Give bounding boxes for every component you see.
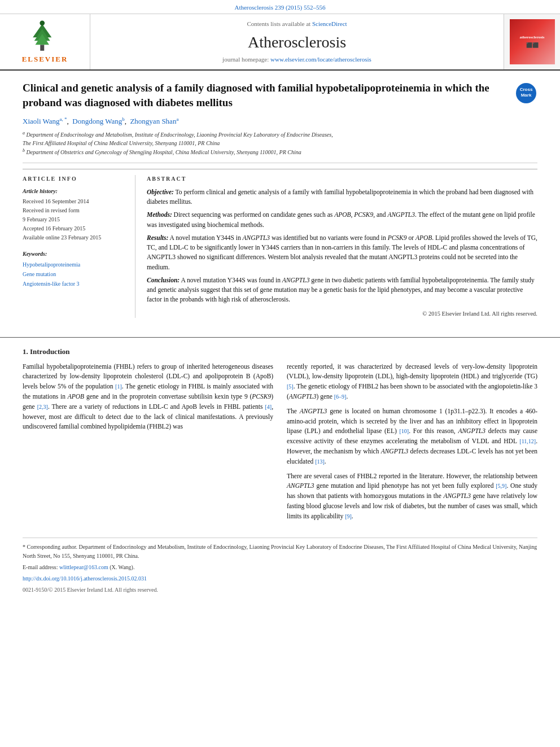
email-footnote: E-mail address: wlittlepear@163.com (X. … [23,563,537,572]
ref-6-9[interactable]: [6–9] [334,394,347,400]
elsevier-text: ELSEVIER [22,54,68,64]
author-2[interactable]: Dongdong Wang [72,117,122,125]
abstract-methods: Methods: Direct sequencing was performed… [147,210,537,230]
abstract-column: ABSTRACT Objective: To perform clinical … [135,175,537,318]
ref-2-3[interactable]: [2,3] [37,404,48,410]
article-body: ARTICLE INFO Article history: Received 1… [23,169,537,318]
journal-title: Atherosclerosis [248,31,346,53]
ref-4[interactable]: [4] [265,404,272,410]
history-label: Article history: [23,187,124,195]
article-header: Clinical and genetic analysis of a famil… [0,71,560,328]
ref-9b[interactable]: [9] [345,513,352,519]
svg-text:Cross: Cross [520,87,533,92]
results-label: Results: [147,234,168,241]
intro-para-3: The ANGPTL3 gene is located on human chr… [287,407,537,467]
journal-header: ELSEVIER Contents lists available at Sci… [0,14,560,71]
abstract-title: ABSTRACT [147,175,537,183]
svg-text:Mark: Mark [521,93,532,98]
journal-homepage: journal homepage: www.elsevier.com/locat… [222,55,371,64]
elsevier-logo: ELSEVIER [22,19,68,64]
abstract-text: Objective: To perform clinical and genet… [147,187,537,318]
abstract-results: Results: A novel mutation Y344S in ANGPT… [147,233,537,272]
affiliation-b: b Department of Obstetrics and Gynecolog… [23,147,537,156]
author-3[interactable]: Zhongyan Shan [130,117,176,125]
keywords-list: Hypobetalipoproteinemia Gene mutation An… [23,260,124,289]
article-info-title: ARTICLE INFO [23,175,124,183]
history-dates: Received 16 September 2014 Received in r… [23,197,124,242]
corresponding-footnote: * Corresponding author. Department of En… [23,543,537,561]
article-info-column: ARTICLE INFO Article history: Received 1… [23,175,135,318]
doi-link[interactable]: http://dx.doi.org/10.1016/j.atherosclero… [23,575,147,582]
journal-cover-thumbnail: atherosclerosis ⬛⬛ [510,19,555,64]
intro-left-col: Familial hypobetalipoproteinemia (FHBL) … [23,362,273,526]
introduction-section: 1. Introduction Familial hypobetalipopro… [0,347,560,526]
keyword-2: Gene mutation [23,271,56,277]
article-authors: Xiaoli Wanga, *, Dongdong Wangb, Zhongya… [23,116,537,127]
svg-point-4 [40,21,45,26]
email-link[interactable]: wlittlepear@163.com [59,564,108,570]
article-title-block: Clinical and genetic analysis of a famil… [23,81,537,110]
ref-5-9[interactable]: [5,9] [496,483,506,489]
article-title-text: Clinical and genetic analysis of a famil… [23,81,516,110]
sciencedirect-anchor[interactable]: ScienceDirect [312,20,347,27]
journal-name-section: Contents lists available at ScienceDirec… [90,14,504,69]
intro-para-2: recently reported, it was characterized … [287,362,537,402]
journal-citation-bar: Atherosclerosis 239 (2015) 552–556 [0,0,560,14]
keywords-block: Keywords: Hypobetalipoproteinemia Gene m… [23,250,124,289]
sciencedirect-link: Contents lists available at ScienceDirec… [247,20,347,28]
ref-10[interactable]: [10] [399,428,409,434]
conclusion-label: Conclusion: [147,277,180,283]
keyword-3: Angiotensin-like factor 3 [23,281,80,287]
affiliations: a Department of Endocrinology and Metabo… [23,130,537,163]
methods-label: Methods: [147,211,172,218]
elsevier-logo-section: ELSEVIER [0,14,90,69]
abstract-copyright: © 2015 Elsevier Ireland Ltd. All rights … [147,309,537,318]
author-1[interactable]: Xiaoli Wang [23,117,60,125]
ref-1[interactable]: [1] [115,383,122,390]
intro-para-1: Familial hypobetalipoproteinemia (FHBL) … [23,362,273,433]
objective-label: Objective: [147,189,174,195]
doi-line: http://dx.doi.org/10.1016/j.atherosclero… [23,574,537,583]
section-divider [0,337,560,338]
homepage-link[interactable]: www.elsevier.com/locate/atherosclerosis [270,56,371,63]
ref-13[interactable]: [13] [315,458,325,465]
article-history-block: Article history: Received 16 September 2… [23,187,124,242]
ref-11-12[interactable]: [11,12] [519,438,536,444]
crossmark-badge[interactable]: Cross Mark [516,83,537,104]
elsevier-tree-icon [25,19,65,53]
affiliation-a: a Department of Endocrinology and Metabo… [23,130,537,147]
footnotes-section: * Corresponding author. Department of En… [23,538,537,595]
journal-cover-section: atherosclerosis ⬛⬛ [504,14,560,69]
abstract-conclusion: Conclusion: A novel mutation Y344S was f… [147,276,537,305]
keyword-1: Hypobetalipoproteinemia [23,261,80,268]
intro-right-col: recently reported, it was characterized … [287,362,537,526]
abstract-objective: Objective: To perform clinical and genet… [147,187,537,207]
ref-5[interactable]: [5] [287,383,294,390]
issn-copyright: 0021-9150/© 2015 Elsevier Ireland Ltd. A… [23,586,537,595]
crossmark-icon: Cross Mark [516,83,536,103]
intro-para-4: There are several cases of FHBL2 reporte… [287,471,537,522]
intro-heading: 1. Introduction [23,347,537,357]
svg-rect-0 [40,45,44,51]
intro-text: Familial hypobetalipoproteinemia (FHBL) … [23,362,537,526]
keywords-label: Keywords: [23,250,124,258]
journal-citation: Atherosclerosis 239 (2015) 552–556 [234,4,325,11]
